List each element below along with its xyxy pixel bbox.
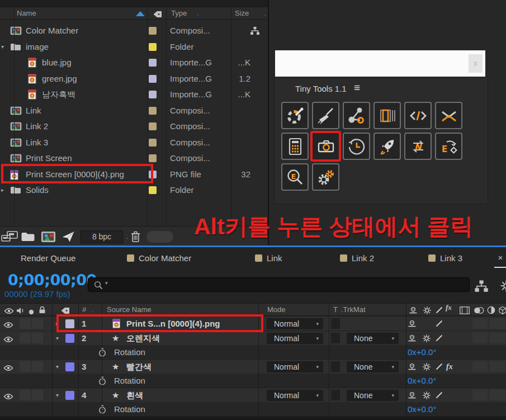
expander-icon[interactable]: ▾ — [56, 331, 59, 346]
stopwatch-icon[interactable] — [98, 405, 106, 416]
trkmat-dropdown[interactable]: None▾ — [347, 333, 399, 344]
column-number[interactable]: # — [82, 304, 86, 315]
motion-blur-icon[interactable] — [474, 306, 484, 317]
project-item-row[interactable]: 남자흑백Importe...G...K — [0, 87, 268, 102]
column-t[interactable]: T — [333, 304, 338, 315]
layer-label-chip[interactable] — [65, 362, 74, 371]
label-color-chip[interactable] — [149, 27, 157, 35]
rotation-value[interactable]: 0x+0.0° — [408, 402, 436, 417]
fx-icon[interactable]: fx — [446, 360, 453, 374]
column-source-name[interactable]: Source Name — [107, 304, 151, 315]
tt-null-loop-button[interactable]: N — [404, 133, 432, 160]
label-color-chip[interactable] — [149, 186, 157, 194]
blend-mode-dropdown[interactable]: Normal▾ — [267, 361, 323, 372]
expander-icon[interactable]: ▸ — [1, 182, 4, 198]
rotation-value[interactable]: 0x+0.0° — [408, 345, 436, 360]
tab-link-3[interactable]: Link 3 — [428, 248, 462, 268]
expander-icon[interactable]: ▾ — [1, 39, 4, 55]
solo-icon[interactable] — [29, 307, 34, 317]
project-item-row[interactable]: Link 2Composi... — [0, 119, 268, 134]
eye-button[interactable] — [3, 364, 13, 374]
tt-settings-gears-button[interactable] — [312, 163, 339, 191]
shy-icon[interactable] — [409, 306, 418, 317]
bit-depth-button[interactable]: 8 bpc — [81, 230, 123, 243]
collapse-transformations-icon[interactable] — [422, 362, 431, 374]
project-item-row[interactable]: ▾imageFolder — [0, 39, 268, 55]
current-timecode[interactable]: 0;00;00;00 — [8, 271, 97, 289]
collapse-transformations-icon[interactable] — [422, 391, 431, 402]
eye-button[interactable] — [3, 335, 13, 345]
column-size[interactable]: Size — [235, 7, 249, 19]
new-folder-icon[interactable] — [21, 232, 35, 244]
quality-icon[interactable] — [435, 306, 443, 317]
label-color-chip[interactable] — [149, 59, 157, 67]
tt-camera-button[interactable] — [310, 131, 341, 162]
label-color-chip[interactable] — [149, 107, 157, 115]
panel-close-icon[interactable]: × — [495, 248, 505, 268]
column-type[interactable]: Type — [171, 7, 187, 19]
tt-collapse-chevrons-button[interactable] — [435, 102, 462, 129]
label-color-chip[interactable] — [149, 139, 157, 147]
expander-icon[interactable]: ▾ — [56, 360, 59, 374]
eye-button[interactable] — [3, 320, 13, 331]
trkmat-dropdown[interactable]: None▾ — [347, 390, 399, 401]
label-color-chip[interactable] — [149, 122, 157, 130]
expander-icon[interactable]: ▾ — [56, 388, 59, 403]
project-item-row[interactable]: Link 3Composi... — [0, 135, 268, 150]
blend-mode-dropdown[interactable]: Normal▾ — [267, 333, 323, 344]
mini-flowchart-icon[interactable] — [474, 280, 489, 296]
lock-icon[interactable] — [39, 306, 46, 316]
new-composition-icon[interactable] — [41, 231, 56, 245]
quality-icon[interactable] — [435, 391, 443, 402]
tt-history-clock-button[interactable] — [343, 133, 370, 160]
tt-code-button[interactable] — [404, 102, 432, 129]
draft-star-icon[interactable] — [500, 280, 506, 295]
blend-mode-dropdown[interactable]: Normal▾ — [267, 390, 323, 401]
quality-icon[interactable] — [435, 319, 443, 330]
shy-icon[interactable] — [408, 334, 417, 345]
tt-calculator-button[interactable] — [281, 133, 309, 160]
tt-clean-broom-button[interactable] — [312, 102, 339, 129]
stopwatch-icon[interactable] — [98, 348, 106, 359]
sort-ascending-icon[interactable] — [136, 11, 145, 16]
close-icon[interactable]: x — [469, 54, 483, 73]
tt-rocket-button[interactable] — [373, 133, 401, 160]
project-item-row[interactable]: ▸SolidsFolder — [0, 182, 268, 198]
property-row-rotation[interactable]: Rotation0x+0.0° — [0, 374, 506, 388]
shy-icon[interactable] — [408, 320, 417, 330]
project-item-row[interactable]: Color MatcherComposi... — [0, 23, 268, 39]
tiny-tools-titlebar[interactable] — [275, 50, 485, 77]
render-plane-icon[interactable] — [62, 230, 75, 245]
quality-icon[interactable] — [435, 334, 443, 345]
project-item-row[interactable]: green.jpgImporte...G1.2 — [0, 71, 268, 87]
shy-icon[interactable] — [408, 363, 417, 373]
fx-icon[interactable]: fx — [446, 304, 452, 312]
layer-row[interactable]: ▾3★빨간색Normal▾None▾fx — [0, 360, 506, 374]
eye-button[interactable] — [3, 392, 13, 402]
collapse-transformations-icon[interactable] — [422, 334, 431, 345]
hamburger-menu-icon[interactable]: ≡ — [354, 82, 360, 94]
layer-label-chip[interactable] — [65, 334, 74, 343]
speaker-icon[interactable] — [16, 306, 25, 317]
stopwatch-icon[interactable] — [98, 376, 106, 388]
label-color-chip[interactable] — [149, 43, 157, 51]
layer-row[interactable]: ▾2★오렌지색Normal▾None▾ — [0, 331, 506, 346]
project-item-row[interactable]: LinkComposi... — [0, 103, 268, 119]
label-color-chip[interactable] — [149, 75, 157, 83]
tt-share-nodes-button[interactable] — [343, 102, 370, 129]
label-color-chip[interactable] — [149, 91, 157, 98]
scrollbar-thumb[interactable] — [146, 231, 173, 243]
tab-link-2[interactable]: Link 2 — [340, 248, 374, 268]
column-name[interactable]: Name — [17, 7, 36, 19]
layer-label-chip[interactable] — [65, 391, 74, 400]
eye-icon[interactable] — [4, 306, 14, 317]
collapse-transformations-icon[interactable] — [423, 306, 432, 317]
quality-icon[interactable] — [435, 362, 443, 373]
tab-link[interactable]: Link — [255, 248, 282, 268]
column-mode[interactable]: Mode — [267, 304, 286, 315]
cube-3d-icon[interactable] — [498, 306, 506, 317]
tab-color-matcher[interactable]: Color Matcher — [127, 248, 191, 268]
property-row-rotation[interactable]: Rotation0x+0.0° — [0, 402, 506, 417]
trash-icon[interactable] — [130, 230, 141, 244]
layer-row[interactable]: ▾4★흰색Normal▾None▾ — [0, 388, 506, 403]
